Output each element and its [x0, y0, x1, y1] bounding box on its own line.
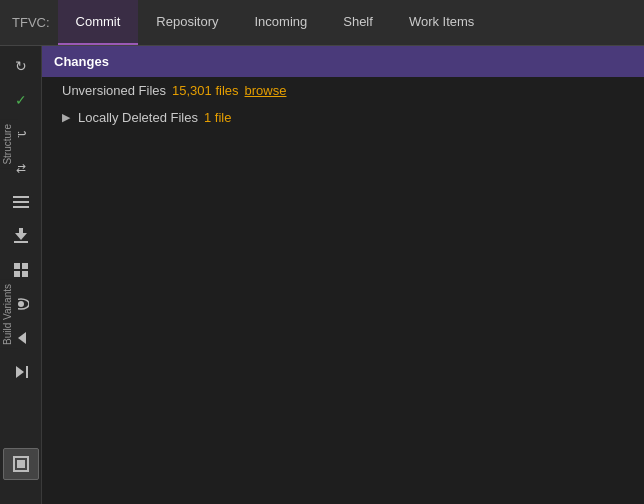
- changes-header: Changes: [42, 46, 644, 77]
- check-icon[interactable]: ✓: [3, 84, 39, 116]
- svg-rect-17: [17, 460, 25, 468]
- svg-rect-2: [13, 206, 29, 208]
- svg-marker-13: [18, 332, 26, 344]
- tab-incoming[interactable]: Incoming: [236, 0, 325, 45]
- skip-fwd-icon[interactable]: [3, 356, 39, 388]
- content-area: Changes Unversioned Files 15,301 files b…: [42, 46, 644, 504]
- tab-bar: TFVC: Commit Repository Incoming Shelf W…: [0, 0, 644, 46]
- svg-point-11: [18, 301, 24, 307]
- svg-rect-6: [14, 263, 20, 269]
- svg-rect-4: [19, 228, 23, 234]
- svg-rect-7: [22, 263, 28, 269]
- unversioned-files-row: Unversioned Files 15,301 files browse: [42, 77, 644, 104]
- download-icon[interactable]: [3, 220, 39, 252]
- svg-rect-14: [26, 366, 28, 378]
- locally-deleted-count: 1 file: [204, 110, 231, 125]
- unversioned-label: Unversioned Files: [62, 83, 166, 98]
- svg-marker-3: [15, 233, 27, 240]
- unversioned-count: 15,301 files: [172, 83, 239, 98]
- chevron-icon[interactable]: ▶: [62, 111, 70, 124]
- svg-rect-9: [22, 271, 28, 277]
- svg-rect-0: [13, 196, 29, 198]
- refresh-icon[interactable]: ↻: [3, 50, 39, 82]
- main-layout: ↻ ✓ ↩ ⇄: [0, 46, 644, 504]
- structure-label[interactable]: Structure: [0, 120, 18, 169]
- details-icon[interactable]: [3, 186, 39, 218]
- svg-marker-15: [16, 366, 24, 378]
- tab-repository[interactable]: Repository: [138, 0, 236, 45]
- locally-deleted-row: ▶ Locally Deleted Files 1 file: [42, 104, 644, 131]
- svg-rect-1: [13, 201, 29, 203]
- browse-link[interactable]: browse: [245, 83, 287, 98]
- tfvc-label: TFVC:: [4, 0, 58, 45]
- svg-rect-8: [14, 271, 20, 277]
- locally-deleted-label: Locally Deleted Files: [78, 110, 198, 125]
- active-icon[interactable]: [3, 448, 39, 480]
- tab-shelf[interactable]: Shelf: [325, 0, 391, 45]
- build-variants-label[interactable]: Build Variants: [0, 280, 18, 349]
- tab-work-items[interactable]: Work Items: [391, 0, 493, 45]
- sidebar: ↻ ✓ ↩ ⇄: [0, 46, 42, 504]
- svg-rect-5: [14, 241, 28, 243]
- tab-commit[interactable]: Commit: [58, 0, 139, 45]
